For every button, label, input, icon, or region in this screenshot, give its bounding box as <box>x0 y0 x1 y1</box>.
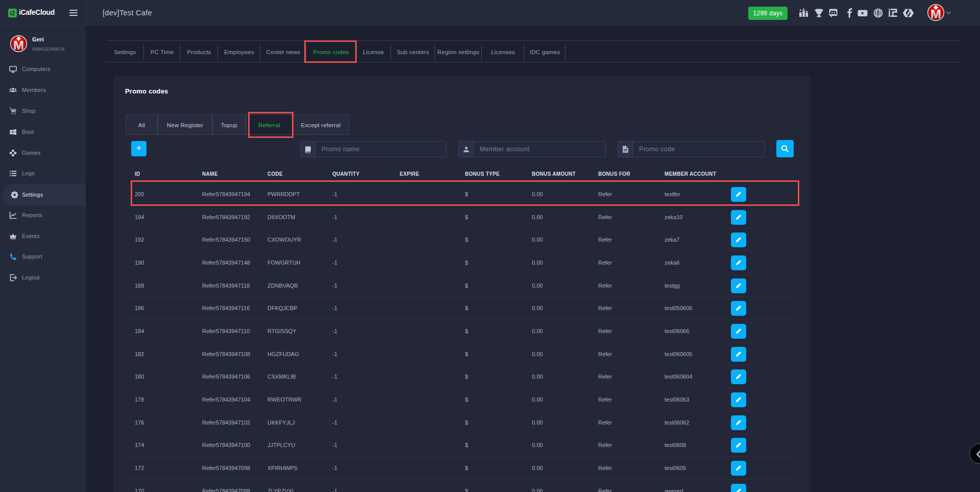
svg-text:i2: i2 <box>10 10 15 17</box>
